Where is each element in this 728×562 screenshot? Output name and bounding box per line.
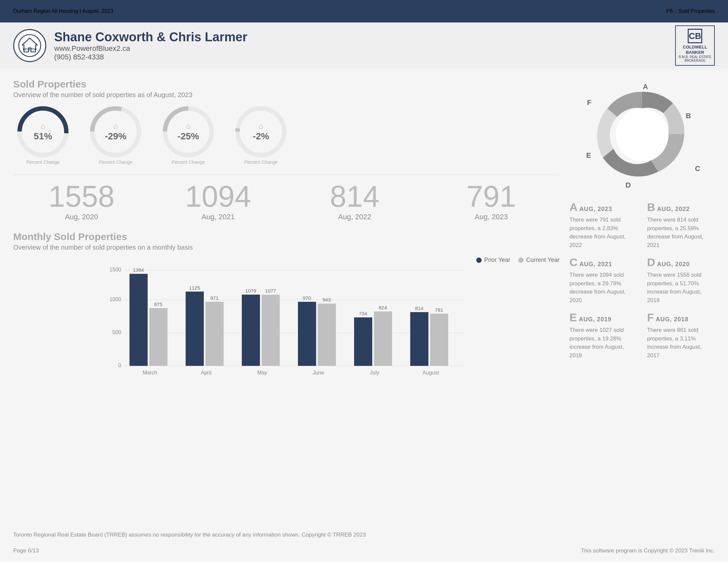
coldwell-logo: CB COLDWELLBANKER R.M.B. REAL ESTATEBROK… [675,25,715,65]
agent-name: Shane Coxworth & Chris Larmer [54,30,247,44]
left-panel: Sold Properties Overview of the number o… [13,79,560,526]
svg-text:1000: 1000 [109,296,121,302]
svg-text:March: March [143,370,157,375]
current-year-dot [518,258,524,263]
legend-letter-b: B [647,201,655,213]
legend-card-a: A AUG, 2023 There were 791 sold properti… [569,201,637,249]
main-content: Sold Properties Overview of the number o… [0,69,728,526]
legend-grid: A AUG, 2023 There were 791 sold properti… [569,201,715,359]
coldwell-sub: R.M.B. REAL ESTATEBROKERAGE [678,55,711,62]
svg-text:500: 500 [112,329,121,335]
legend-letter-c: C [569,256,578,269]
donut-center-2: ⌂ -29% [105,122,126,142]
section-divider [13,175,560,175]
page-footer: Page 6/13 This software program is Copyr… [0,544,728,557]
agent-logo: REALTOR [13,29,46,62]
coldwell-name: COLDWELLBANKER [678,45,711,55]
bar-chart: 0 500 1000 1500 1394 875 March 1125 971 … [13,267,560,379]
svg-text:791: 791 [435,307,443,313]
svg-text:971: 971 [210,295,218,301]
pie-label-a: A [643,83,648,91]
legend-desc-a: There were 791 sold properties, a 2.83% … [569,216,637,249]
legend-letter-f: F [647,311,654,323]
legend-header-e: E AUG, 2019 [569,311,637,324]
bar-june-prior [298,302,316,366]
bar-july-current [374,311,392,366]
bar-august-prior [410,312,428,366]
donut-3: ⌂ -25% Percent Change [159,105,218,165]
legend-desc-e: There were 1027 sold properties, a 19.28… [569,326,637,359]
svg-text:875: 875 [154,301,162,307]
legend-letter-a: A [569,201,578,213]
top-bar: Durham Region All Housing | August, 2023… [0,0,728,22]
svg-text:1079: 1079 [245,288,256,293]
donut-container-4: ⌂ -2% [235,105,287,158]
bar-march-prior [129,274,148,366]
legend-month-f: AUG, 2018 [656,316,688,322]
donut-value-3: -25% [177,131,199,142]
legend-header-c: C AUG, 2021 [569,256,637,269]
pie-label-d: D [626,181,631,189]
legend-card-f: F AUG, 2018 There were 861 sold properti… [647,311,715,359]
donut-4: ⌂ -2% Percent Change [231,105,291,165]
donut-value-4: -2% [253,131,269,142]
bar-april-prior [186,291,204,366]
pie-label-b: B [686,112,691,120]
legend-desc-f: There were 861 sold properties, a 3.11% … [647,326,715,359]
pie-chart-container: A B C D E F [569,79,715,191]
big-number-2021: 1094 [150,182,287,211]
svg-text:1125: 1125 [189,285,200,290]
legend-month-c: AUG, 2021 [579,261,612,268]
donut-container-1: ⌂ 51% [17,105,69,158]
legend-prior-year: Prior Year [476,257,510,264]
top-bar-left: Durham Region All Housing | August, 2023 [13,8,113,14]
svg-text:August: August [422,370,439,375]
cb-icon: CB [688,29,702,43]
house-icon-1: ⌂ [41,122,45,131]
pie-label-c: C [695,165,700,173]
big-number-2022: 814 [286,182,423,211]
svg-text:824: 824 [379,305,387,310]
year-label-2022: Aug, 2022 [286,213,423,221]
house-icon-4: ⌂ [259,122,263,131]
legend-desc-b: There were 814 sold properties, a 25.59%… [647,216,715,249]
agent-website: www.PowerofBluex2.ca [54,44,247,53]
header-left: REALTOR Shane Coxworth & Chris Larmer ww… [13,29,247,62]
donut-container-2: ⌂ -29% [89,105,142,158]
svg-text:1500: 1500 [109,267,121,273]
svg-text:814: 814 [415,305,423,311]
legend-header-d: D AUG, 2020 [647,256,715,269]
svg-text:July: July [370,370,379,375]
legend-current-year: Current Year [518,257,560,264]
year-stat-2023: 791 Aug, 2023 [423,182,560,221]
svg-text:0: 0 [118,362,121,368]
year-label-2021: Aug, 2021 [150,213,287,221]
svg-text:1077: 1077 [265,288,276,293]
bar-march-current [149,308,167,366]
donut-label-1: Percent Change [26,160,59,165]
svg-text:1394: 1394 [133,267,144,273]
page-number: Page 6/13 [13,547,39,554]
prior-year-label: Prior Year [484,257,510,264]
sold-properties-subtitle: Overview of the number of sold propertie… [13,91,560,99]
bar-july-prior [354,317,372,366]
legend-card-b: B AUG, 2022 There were 814 sold properti… [647,201,715,249]
legend-card-c: C AUG, 2021 There were 1094 sold propert… [569,256,637,304]
copyright-info: This software program is Copyright © 202… [581,547,715,554]
svg-text:943: 943 [322,297,331,302]
svg-text:970: 970 [303,295,311,301]
donut-value-1: 51% [34,131,52,142]
donut-center-4: ⌂ -2% [253,122,269,142]
legend-month-e: AUG, 2019 [579,316,611,322]
monthly-subtitle: Overview of the number of sold propertie… [13,244,560,251]
pie-chart-svg: A B C D E F [579,79,705,191]
donut-row: ⌂ 51% Percent Change ⌂ -29% [13,105,560,165]
bar-may-prior [242,294,260,366]
year-stat-2021: 1094 Aug, 2021 [150,182,287,221]
svg-text:May: May [257,370,267,375]
pie-center-hole [616,108,669,161]
year-label-2023: Aug, 2023 [423,213,560,221]
footer-note: Toronto Regional Real Estate Board (TRRE… [0,526,728,544]
legend-letter-d: D [647,256,655,269]
legend-card-e: E AUG, 2019 There were 1027 sold propert… [569,311,637,359]
